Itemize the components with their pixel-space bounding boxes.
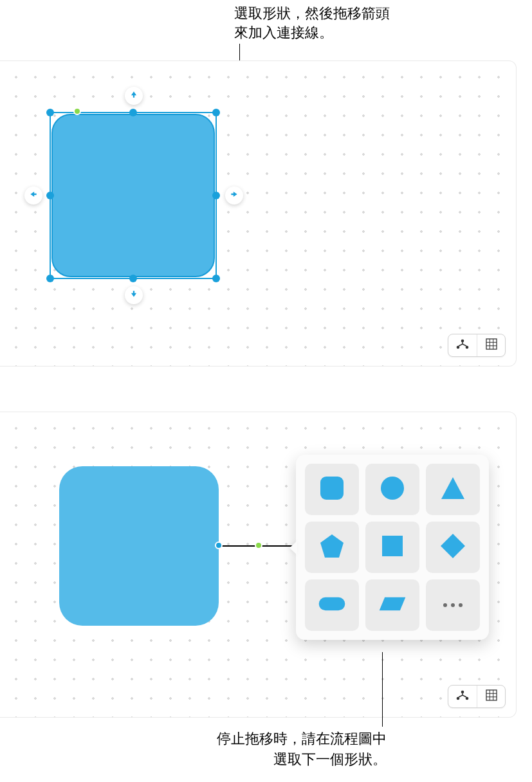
svg-rect-8 [382, 536, 403, 556]
svg-marker-6 [441, 477, 464, 499]
callout-bottom-line1: 停止拖移時，請在流程圖中 [217, 729, 387, 749]
connector-icon [456, 690, 469, 703]
resize-handle-sw[interactable] [46, 275, 54, 282]
svg-rect-10 [319, 597, 345, 610]
connect-arrow-down[interactable] [125, 286, 143, 304]
selection-box [50, 113, 216, 278]
shape-option-rounded-square[interactable] [305, 464, 359, 515]
grid-toggle-button[interactable] [477, 686, 505, 707]
grid-icon [486, 338, 497, 352]
more-icon [443, 603, 463, 607]
svg-marker-7 [320, 534, 344, 558]
resize-handle-n[interactable] [129, 109, 137, 116]
svg-point-0 [461, 340, 464, 343]
grid-icon [486, 689, 497, 704]
callout-bottom-line [382, 652, 383, 727]
svg-point-5 [381, 477, 404, 500]
svg-rect-4 [320, 477, 344, 500]
canvas-panel-2[interactable] [0, 412, 517, 718]
source-shape[interactable] [59, 466, 219, 626]
connector-mode-button[interactable] [448, 686, 477, 707]
shape-option-square[interactable] [365, 522, 419, 573]
resize-handle-nw[interactable] [46, 109, 54, 116]
connect-arrow-up[interactable] [125, 87, 143, 105]
resize-handle-e[interactable] [212, 192, 220, 199]
connector-start-handle[interactable] [215, 541, 223, 549]
shape-picker-popover [296, 455, 489, 640]
callout-top: 選取形狀，然後拖移箭頭 來加入連接線。 [234, 4, 390, 42]
svg-rect-15 [486, 690, 497, 700]
shape-option-circle[interactable] [365, 464, 419, 515]
view-tools [448, 685, 506, 708]
resize-handle-s[interactable] [129, 275, 137, 282]
rounded-square-icon [318, 474, 346, 505]
resize-handle-se[interactable] [212, 275, 220, 282]
connect-arrow-left[interactable] [24, 186, 42, 205]
parallelogram-icon [378, 590, 407, 621]
connector-mid-handle[interactable] [255, 541, 262, 549]
callout-bottom-line2: 選取下一個形狀。 [273, 750, 387, 769]
resize-handle-ne[interactable] [212, 109, 220, 116]
arrow-down-icon [129, 289, 138, 301]
grid-toggle-button[interactable] [477, 334, 505, 356]
svg-marker-9 [441, 534, 465, 558]
square-icon [378, 532, 407, 563]
shape-option-rounded-rect[interactable] [305, 579, 359, 631]
connector-icon [456, 339, 469, 352]
pentagon-icon [318, 532, 346, 563]
shape-option-diamond[interactable] [426, 522, 480, 573]
arrow-right-icon [230, 190, 239, 201]
triangle-icon [439, 474, 467, 505]
canvas-panel-1[interactable] [0, 60, 517, 367]
shape-option-more[interactable] [426, 579, 480, 631]
svg-rect-3 [486, 339, 497, 349]
circle-icon [378, 474, 407, 505]
shape-option-pentagon[interactable] [305, 522, 359, 573]
connector-mode-button[interactable] [448, 334, 477, 356]
shape-option-triangle[interactable] [426, 464, 480, 515]
diamond-icon [439, 532, 467, 563]
rounded-rect-icon [318, 590, 346, 621]
svg-marker-11 [380, 597, 406, 610]
arrow-up-icon [129, 90, 138, 102]
svg-point-12 [461, 691, 464, 694]
connect-arrow-right[interactable] [225, 186, 243, 205]
view-tools [448, 334, 506, 357]
shape-picker-grid [305, 464, 480, 631]
resize-handle-w[interactable] [46, 192, 54, 199]
corner-radius-handle[interactable] [73, 107, 81, 115]
arrow-left-icon [29, 190, 38, 201]
shape-option-parallelogram[interactable] [365, 579, 419, 631]
